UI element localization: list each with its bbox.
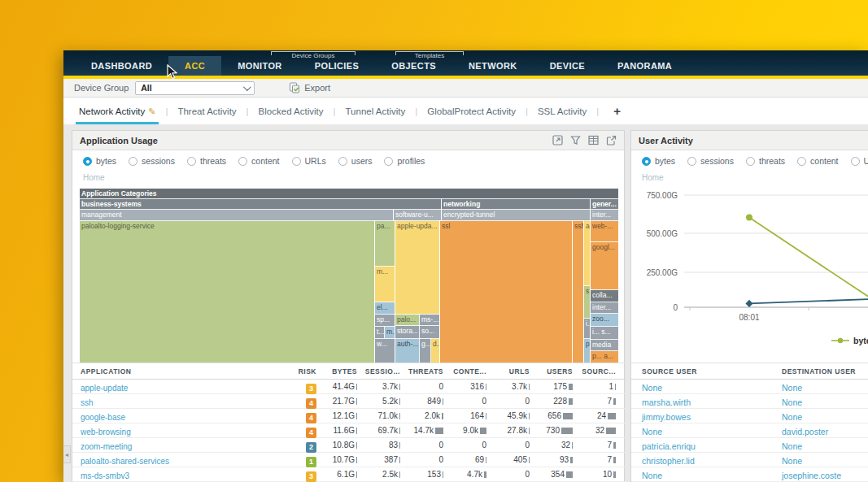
table-view-icon[interactable]: [588, 135, 599, 145]
source-user-link[interactable]: marsha.wirth: [642, 397, 691, 407]
treemap-cell-apple-upda-[interactable]: apple-upda...: [395, 221, 439, 315]
application-link[interactable]: zoom-meeting: [81, 442, 132, 451]
destination-user-link[interactable]: josephine.coste: [782, 471, 841, 480]
column-header-source-user[interactable]: SOURCE USER: [631, 367, 782, 376]
treemap-cell-media[interactable]: media: [591, 340, 618, 351]
metric-radio-urls[interactable]: URLs: [851, 156, 868, 166]
nav-item-dashboard[interactable]: DASHBOARD: [75, 56, 168, 76]
treemap-cell-web-[interactable]: web-...: [591, 221, 618, 242]
source-user-link[interactable]: christopher.lid: [642, 456, 695, 466]
treemap-cell-palo-[interactable]: palo...: [395, 315, 420, 326]
treemap-cell-pa-[interactable]: pa...: [375, 221, 395, 267]
column-header-risk[interactable]: RISK: [282, 367, 316, 376]
source-user-link[interactable]: jimmy.bowes: [642, 412, 691, 422]
application-link[interactable]: paloalto-shared-services: [81, 457, 169, 466]
treemap-breadcrumb[interactable]: Home: [72, 171, 624, 182]
column-header-bytes[interactable]: BYTES: [316, 367, 360, 376]
treemap-cell-w-[interactable]: w...: [375, 339, 395, 363]
treemap-cell-i-s-[interactable]: i... s...: [591, 327, 618, 340]
treemap-cell-inter-[interactable]: inter...: [591, 302, 618, 314]
destination-user-link[interactable]: None: [782, 412, 802, 422]
treemap-cell-i-[interactable]: i...: [584, 319, 590, 339]
metric-radio-bytes[interactable]: bytes: [642, 156, 675, 166]
maximize-icon[interactable]: [552, 135, 563, 145]
treemap-cell-ms-[interactable]: ms-...: [420, 315, 439, 326]
source-user-link[interactable]: patricia.enriqu: [642, 441, 696, 451]
metric-radio-threats[interactable]: threats: [746, 156, 785, 166]
edit-tab-pencil-icon[interactable]: ✎: [148, 106, 155, 116]
treemap-cell-business-systems[interactable]: business-systems: [80, 199, 441, 210]
treemap-cell-zoo-[interactable]: zoo...: [591, 314, 618, 327]
tab-tunnel-activity[interactable]: Tunnel Activity: [342, 99, 409, 124]
column-header-sourc-[interactable]: SOURC...: [575, 367, 618, 376]
treemap-cell-ssl[interactable]: ssl: [440, 221, 572, 363]
treemap-cell-p-a-[interactable]: p... a...: [591, 351, 618, 363]
tab-network-activity[interactable]: Network Activity✎: [76, 99, 159, 124]
metric-radio-bytes[interactable]: bytes: [83, 156, 116, 166]
treemap-cell-ssh[interactable]: ssh: [573, 221, 583, 363]
column-header-application[interactable]: APPLICATION: [72, 367, 282, 376]
treemap-cell-inter-[interactable]: inter...: [591, 210, 618, 221]
destination-user-link[interactable]: None: [782, 456, 802, 466]
treemap-cell-sp-[interactable]: sp...: [375, 315, 395, 327]
column-header-sessio-[interactable]: SESSIO...: [360, 367, 403, 376]
metric-radio-profiles[interactable]: profiles: [384, 156, 425, 166]
column-header-destination-user[interactable]: DESTINATION USER: [782, 367, 868, 376]
jump-to-logs-icon[interactable]: [606, 135, 617, 145]
metric-radio-content[interactable]: content: [238, 156, 279, 166]
treemap-cell-g-[interactable]: g...: [420, 339, 431, 363]
treemap-cell-paloalto-logging-service[interactable]: paloalto-logging-service: [80, 221, 374, 363]
column-header-users[interactable]: USERS: [532, 367, 575, 376]
treemap-cell-auth-[interactable]: auth-...: [395, 339, 420, 363]
application-link[interactable]: google-base: [81, 413, 125, 422]
treemap-cell-stora-[interactable]: stora...: [395, 326, 420, 339]
metric-radio-users[interactable]: users: [338, 156, 373, 166]
treemap-cell-s-[interactable]: s...: [584, 286, 590, 319]
treemap-cell-googl-[interactable]: googl...: [591, 242, 618, 290]
tab-threat-activity[interactable]: Threat Activity: [174, 99, 239, 124]
application-link[interactable]: ms-ds-smbv3: [81, 471, 129, 480]
metric-radio-sessions[interactable]: sessions: [687, 156, 734, 166]
treemap-cell-so-[interactable]: so...: [420, 326, 439, 339]
tab-blocked-activity[interactable]: Blocked Activity: [255, 99, 327, 124]
nav-item-panorama[interactable]: PANORAMA: [601, 56, 688, 76]
column-header-threats[interactable]: THREATS: [403, 367, 446, 376]
application-link[interactable]: ssh: [81, 398, 94, 407]
metric-radio-threats[interactable]: threats: [187, 156, 226, 166]
treemap-cell-management[interactable]: management: [80, 210, 393, 221]
source-user-link[interactable]: None: [642, 471, 662, 480]
destination-user-link[interactable]: None: [782, 441, 802, 451]
filter-icon[interactable]: [570, 135, 581, 145]
treemap-cell-p-[interactable]: p...: [584, 339, 590, 363]
application-link[interactable]: web-browsing: [81, 428, 131, 436]
device-group-select[interactable]: All: [135, 81, 255, 95]
treemap-cell-networking[interactable]: networking: [442, 199, 590, 210]
tab-globalprotect-activity[interactable]: GlobalProtect Activity: [424, 99, 519, 124]
sidebar-collapse-handle[interactable]: ◂: [63, 445, 71, 463]
treemap-cell-el-[interactable]: el...: [375, 302, 395, 315]
treemap-cell-colla-[interactable]: colla...: [591, 290, 618, 302]
treemap-cell-software-u-[interactable]: software-u...: [394, 210, 441, 221]
treemap-cell-m-[interactable]: m...: [375, 267, 395, 302]
treemap-cell-encrypted-tunnel[interactable]: encrypted-tunnel: [442, 210, 590, 221]
treemap-cell-t-[interactable]: t...: [375, 327, 385, 339]
export-button[interactable]: Export: [289, 82, 330, 93]
destination-user-link[interactable]: david.poster: [782, 427, 828, 436]
metric-radio-urls[interactable]: URLs: [292, 156, 326, 166]
treemap-cell-a-[interactable]: a...: [584, 221, 590, 286]
metric-radio-sessions[interactable]: sessions: [129, 156, 175, 166]
add-tab-button[interactable]: +: [613, 104, 621, 118]
destination-user-link[interactable]: None: [782, 397, 802, 407]
nav-item-device[interactable]: DEVICE: [534, 56, 601, 76]
application-link[interactable]: apple-update: [81, 384, 128, 393]
treemap-cell-gener-[interactable]: gener...: [591, 199, 618, 210]
metric-radio-content[interactable]: content: [797, 156, 838, 166]
source-user-link[interactable]: None: [642, 383, 662, 393]
treemap-cell-d-[interactable]: d...: [431, 339, 439, 363]
treemap-cell-m-[interactable]: m...: [385, 327, 395, 339]
column-header-conte-[interactable]: CONTE...: [446, 367, 489, 376]
source-user-link[interactable]: None: [642, 427, 662, 436]
column-header-urls[interactable]: URLS: [489, 367, 532, 376]
treemap-cell-Application-Categories[interactable]: Application Categories: [80, 189, 618, 199]
nav-item-network[interactable]: NETWORK: [452, 56, 534, 76]
